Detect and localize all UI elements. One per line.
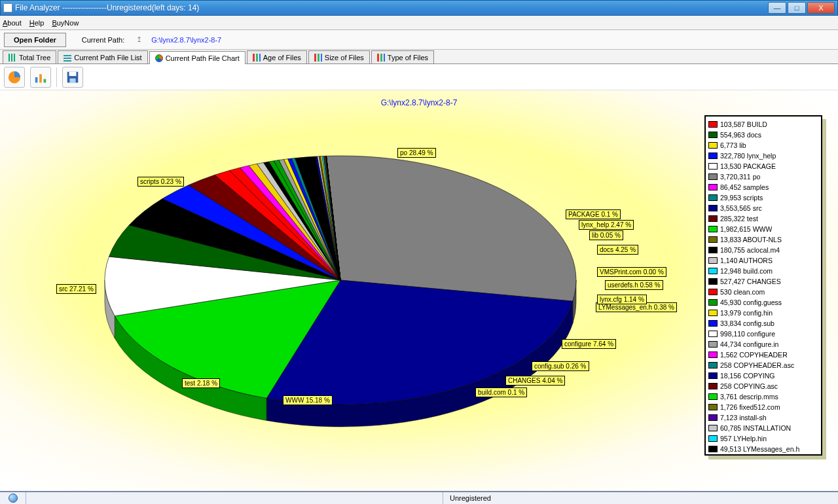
legend-item[interactable]: 1,140 AUTHORS xyxy=(708,255,818,266)
menu-help[interactable]: Help xyxy=(29,19,45,27)
legend-label: 258 COPYHEADER.asc xyxy=(720,361,794,369)
legend-swatch xyxy=(708,205,718,211)
bars-icon xyxy=(314,54,322,62)
svg-rect-2 xyxy=(39,74,42,82)
legend-item[interactable]: 149,342 lynx.cfg xyxy=(708,454,818,456)
status-text: Unregistered xyxy=(443,492,498,504)
legend-item[interactable]: 180,755 aclocal.m4 xyxy=(708,245,818,255)
menu-bar: About Help BuyNow xyxy=(0,16,838,30)
legend-swatch xyxy=(708,132,718,138)
svg-rect-5 xyxy=(69,71,77,75)
legend-item[interactable]: 18,156 COPYING xyxy=(708,370,818,381)
legend-label: 33,834 config.sub xyxy=(720,319,774,327)
legend-swatch xyxy=(708,215,718,222)
toolbar-separator xyxy=(56,67,57,87)
pie-callout-label: config.sub 0.26 % xyxy=(532,361,589,371)
legend-item[interactable]: 998,110 configure xyxy=(708,329,818,339)
tab-file-list[interactable]: Current Path File List xyxy=(58,50,147,63)
legend-item[interactable]: 285,322 test xyxy=(708,213,818,224)
current-path-value[interactable]: G:\lynx2.8.7\lynx2-8-7 xyxy=(151,36,221,44)
window-close-button[interactable]: X xyxy=(807,2,835,14)
window-minimize-button[interactable]: — xyxy=(768,2,786,14)
legend-label: 13,530 PACKAGE xyxy=(720,162,776,170)
legend-item[interactable]: 3,761 descrip.mms xyxy=(708,391,818,402)
save-button[interactable] xyxy=(62,67,83,88)
chart-legend[interactable]: 103,587 BUILD554,963 docs6,773 lib322,78… xyxy=(704,115,822,456)
pie-callout-label: lib 0.05 % xyxy=(589,230,623,240)
tab-size-of-files[interactable]: Size of Files xyxy=(308,50,370,63)
legend-item[interactable]: 1,982,615 WWW xyxy=(708,224,818,234)
legend-item[interactable]: 13,833 ABOUT-NLS xyxy=(708,234,818,245)
legend-label: 258 COPYING.asc xyxy=(720,382,778,390)
chart-title: G:\lynx2.8.7\lynx2-8-7 xyxy=(0,98,838,107)
window-title: File Analyzer -----------------Unregiste… xyxy=(15,3,767,12)
legend-item[interactable]: 13,530 PACKAGE xyxy=(708,161,818,171)
menu-buynow[interactable]: BuyNow xyxy=(52,19,79,27)
legend-item[interactable]: 527,427 CHANGES xyxy=(708,276,818,287)
tab-total-tree[interactable]: Total Tree xyxy=(3,50,56,63)
list-icon xyxy=(64,54,71,62)
pie-view-button[interactable] xyxy=(4,67,25,88)
legend-swatch xyxy=(708,351,718,358)
legend-item[interactable]: 29,953 scripts xyxy=(708,192,818,203)
piechart-icon xyxy=(155,54,163,62)
legend-item[interactable]: 44,734 configure.in xyxy=(708,339,818,350)
legend-label: 13,833 ABOUT-NLS xyxy=(720,236,782,243)
pie-callout-label: PACKAGE 0.1 % xyxy=(566,209,621,219)
legend-swatch xyxy=(708,163,718,170)
legend-item[interactable]: 7,123 install-sh xyxy=(708,412,818,423)
legend-item[interactable]: 103,587 BUILD xyxy=(708,119,818,130)
svg-rect-6 xyxy=(69,78,75,82)
titlebar: File Analyzer -----------------Unregiste… xyxy=(0,0,838,16)
legend-item[interactable]: 13,979 config.hin xyxy=(708,308,818,318)
bar-view-button[interactable] xyxy=(30,67,51,88)
legend-item[interactable]: 554,963 docs xyxy=(708,130,818,140)
legend-item[interactable]: 33,834 config.sub xyxy=(708,318,818,329)
legend-label: 86,452 samples xyxy=(720,183,769,191)
legend-label: 44,734 configure.in xyxy=(720,340,778,348)
legend-item[interactable]: 1,726 fixed512.com xyxy=(708,402,818,412)
legend-label: 18,156 COPYING xyxy=(720,372,774,380)
legend-item[interactable]: 45,930 config.guess xyxy=(708,297,818,308)
chart-area: G:\lynx2.8.7\lynx2-8-7 po 28.49 %scripts… xyxy=(0,90,838,491)
legend-item[interactable]: 12,948 build.com xyxy=(708,266,818,276)
legend-label: 6,773 lib xyxy=(720,141,746,149)
tab-file-chart[interactable]: Current Path File Chart xyxy=(149,51,246,64)
legend-item[interactable]: 1,562 COPYHEADER xyxy=(708,350,818,360)
legend-label: 285,322 test xyxy=(720,215,758,223)
legend-item[interactable]: 322,780 lynx_help xyxy=(708,151,818,161)
legend-item[interactable]: 530 clean.com xyxy=(708,287,818,297)
window-maximize-button[interactable]: □ xyxy=(788,2,806,14)
legend-label: 3,553,565 src xyxy=(720,204,762,212)
legend-item[interactable]: 957 LYHelp.hin xyxy=(708,433,818,444)
legend-swatch xyxy=(708,341,718,348)
pie-callout-label: CHANGES 4.04 % xyxy=(505,376,565,386)
legend-swatch xyxy=(708,173,718,180)
go-up-button[interactable]: ↥ xyxy=(136,35,142,44)
svg-rect-1 xyxy=(35,77,38,82)
legend-item[interactable]: 3,720,311 po xyxy=(708,171,818,182)
legend-label: 1,140 AUTHORS xyxy=(720,257,773,264)
legend-label: 322,780 lynx_help xyxy=(720,152,776,160)
legend-item[interactable]: 60,785 INSTALLATION xyxy=(708,423,818,433)
pie-callout-label: docs 4.25 % xyxy=(597,245,638,255)
svg-rect-3 xyxy=(44,79,46,82)
menu-about[interactable]: About xyxy=(3,19,22,27)
legend-swatch xyxy=(708,194,718,201)
legend-label: 7,123 install-sh xyxy=(720,414,767,422)
legend-item[interactable]: 3,553,565 src xyxy=(708,203,818,213)
legend-item[interactable]: 86,452 samples xyxy=(708,182,818,192)
pie-callout-label: scripts 0.23 % xyxy=(137,177,184,187)
pie-callout-label: userdefs.h 0.58 % xyxy=(605,280,663,290)
tab-age-of-files[interactable]: Age of Files xyxy=(247,50,307,63)
open-folder-button[interactable]: Open Folder xyxy=(4,33,66,47)
legend-item[interactable]: 258 COPYING.asc xyxy=(708,381,818,391)
legend-item[interactable]: 258 COPYHEADER.asc xyxy=(708,360,818,370)
bars-icon xyxy=(377,54,385,62)
legend-label: 998,110 configure xyxy=(720,330,775,338)
legend-item[interactable]: 6,773 lib xyxy=(708,140,818,151)
legend-item[interactable]: 49,513 LYMessages_en.h xyxy=(708,444,818,454)
legend-swatch xyxy=(708,331,718,337)
tab-type-of-files[interactable]: Type of Files xyxy=(371,50,434,63)
pie-callout-label: lynx_help 2.47 % xyxy=(579,220,634,230)
